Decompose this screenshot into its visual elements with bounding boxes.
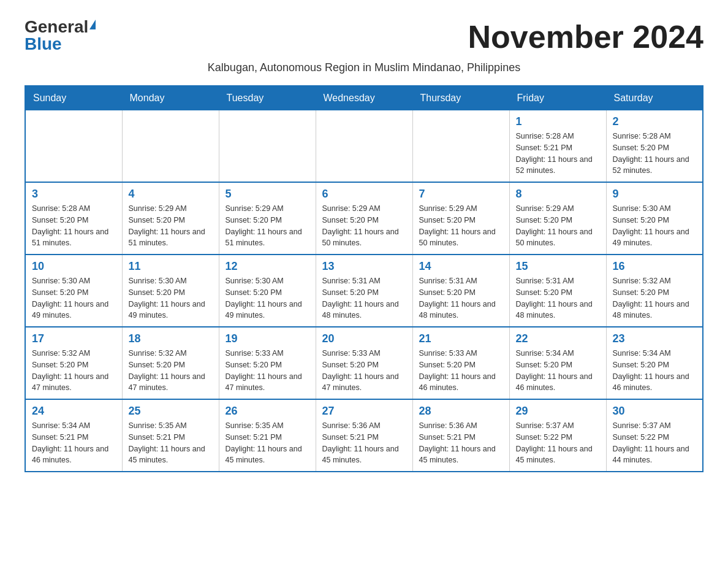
calendar-cell: 25Sunrise: 5:35 AMSunset: 5:21 PMDayligh… [122,399,219,472]
week-row-5: 24Sunrise: 5:34 AMSunset: 5:21 PMDayligh… [25,399,703,472]
day-info: Sunrise: 5:28 AMSunset: 5:20 PMDaylight:… [613,131,697,177]
day-number: 28 [419,405,503,418]
calendar-header-row: SundayMondayTuesdayWednesdayThursdayFrid… [25,86,703,110]
day-info: Sunrise: 5:30 AMSunset: 5:20 PMDaylight:… [32,275,116,321]
day-number: 8 [516,188,600,201]
header-wednesday: Wednesday [316,86,412,110]
day-number: 9 [613,188,697,201]
calendar-cell: 28Sunrise: 5:36 AMSunset: 5:21 PMDayligh… [412,399,509,472]
calendar-cell: 18Sunrise: 5:32 AMSunset: 5:20 PMDayligh… [122,327,219,399]
day-number: 6 [322,188,406,201]
day-info: Sunrise: 5:34 AMSunset: 5:20 PMDaylight:… [613,348,697,394]
day-number: 15 [516,260,600,273]
day-number: 24 [32,405,116,418]
day-info: Sunrise: 5:29 AMSunset: 5:20 PMDaylight:… [226,203,309,249]
week-row-4: 17Sunrise: 5:32 AMSunset: 5:20 PMDayligh… [25,327,703,399]
calendar-cell: 16Sunrise: 5:32 AMSunset: 5:20 PMDayligh… [606,255,703,327]
day-number: 2 [613,115,697,128]
day-number: 16 [613,260,697,273]
day-info: Sunrise: 5:34 AMSunset: 5:21 PMDaylight:… [32,420,116,466]
header-thursday: Thursday [412,86,509,110]
day-number: 10 [32,260,116,273]
day-number: 29 [516,405,600,418]
calendar-cell: 26Sunrise: 5:35 AMSunset: 5:21 PMDayligh… [219,399,316,472]
day-info: Sunrise: 5:32 AMSunset: 5:20 PMDaylight:… [129,348,213,394]
calendar-cell [316,110,412,183]
day-number: 18 [129,332,213,345]
page-header: General Blue November 2024 [25,18,703,55]
calendar-cell: 29Sunrise: 5:37 AMSunset: 5:22 PMDayligh… [509,399,606,472]
day-info: Sunrise: 5:30 AMSunset: 5:20 PMDaylight:… [613,203,697,249]
day-number: 13 [322,260,406,273]
day-info: Sunrise: 5:29 AMSunset: 5:20 PMDaylight:… [322,203,406,249]
calendar-cell: 27Sunrise: 5:36 AMSunset: 5:21 PMDayligh… [316,399,412,472]
header-tuesday: Tuesday [219,86,316,110]
day-number: 11 [129,260,213,273]
calendar-cell: 22Sunrise: 5:34 AMSunset: 5:20 PMDayligh… [509,327,606,399]
day-info: Sunrise: 5:28 AMSunset: 5:20 PMDaylight:… [32,203,116,249]
day-info: Sunrise: 5:33 AMSunset: 5:20 PMDaylight:… [322,348,406,394]
day-info: Sunrise: 5:37 AMSunset: 5:22 PMDaylight:… [516,420,600,466]
subtitle: Kalbugan, Autonomous Region in Muslim Mi… [25,61,703,74]
calendar-cell: 30Sunrise: 5:37 AMSunset: 5:22 PMDayligh… [606,399,703,472]
day-number: 19 [226,332,309,345]
calendar-cell: 23Sunrise: 5:34 AMSunset: 5:20 PMDayligh… [606,327,703,399]
day-info: Sunrise: 5:29 AMSunset: 5:20 PMDaylight:… [419,203,503,249]
calendar-cell: 15Sunrise: 5:31 AMSunset: 5:20 PMDayligh… [509,255,606,327]
calendar-cell: 5Sunrise: 5:29 AMSunset: 5:20 PMDaylight… [219,182,316,255]
day-info: Sunrise: 5:30 AMSunset: 5:20 PMDaylight:… [226,275,309,321]
day-number: 14 [419,260,503,273]
day-info: Sunrise: 5:29 AMSunset: 5:20 PMDaylight:… [516,203,600,249]
day-number: 22 [516,332,600,345]
calendar-cell: 14Sunrise: 5:31 AMSunset: 5:20 PMDayligh… [412,255,509,327]
calendar-cell: 1Sunrise: 5:28 AMSunset: 5:21 PMDaylight… [509,110,606,183]
calendar-cell: 13Sunrise: 5:31 AMSunset: 5:20 PMDayligh… [316,255,412,327]
day-number: 26 [226,405,309,418]
calendar-cell: 8Sunrise: 5:29 AMSunset: 5:20 PMDaylight… [509,182,606,255]
month-title: November 2024 [468,18,703,55]
day-number: 23 [613,332,697,345]
calendar-cell: 11Sunrise: 5:30 AMSunset: 5:20 PMDayligh… [122,255,219,327]
day-number: 25 [129,405,213,418]
day-info: Sunrise: 5:32 AMSunset: 5:20 PMDaylight:… [613,275,697,321]
day-number: 1 [516,115,600,128]
logo-blue: Blue [25,36,62,53]
day-info: Sunrise: 5:36 AMSunset: 5:21 PMDaylight:… [322,420,406,466]
day-info: Sunrise: 5:37 AMSunset: 5:22 PMDaylight:… [613,420,697,466]
header-sunday: Sunday [25,86,122,110]
calendar-cell: 17Sunrise: 5:32 AMSunset: 5:20 PMDayligh… [25,327,122,399]
day-info: Sunrise: 5:28 AMSunset: 5:21 PMDaylight:… [516,131,600,177]
calendar-cell: 10Sunrise: 5:30 AMSunset: 5:20 PMDayligh… [25,255,122,327]
calendar-cell: 19Sunrise: 5:33 AMSunset: 5:20 PMDayligh… [219,327,316,399]
week-row-3: 10Sunrise: 5:30 AMSunset: 5:20 PMDayligh… [25,255,703,327]
day-number: 4 [129,188,213,201]
calendar-cell: 7Sunrise: 5:29 AMSunset: 5:20 PMDaylight… [412,182,509,255]
week-row-1: 1Sunrise: 5:28 AMSunset: 5:21 PMDaylight… [25,110,703,183]
header-monday: Monday [122,86,219,110]
day-info: Sunrise: 5:32 AMSunset: 5:20 PMDaylight:… [32,348,116,394]
header-friday: Friday [509,86,606,110]
logo-triangle-icon [89,20,96,29]
calendar-cell [412,110,509,183]
day-info: Sunrise: 5:33 AMSunset: 5:20 PMDaylight:… [226,348,309,394]
calendar-cell: 6Sunrise: 5:29 AMSunset: 5:20 PMDaylight… [316,182,412,255]
calendar-cell [25,110,122,183]
calendar-cell: 4Sunrise: 5:29 AMSunset: 5:20 PMDaylight… [122,182,219,255]
day-number: 5 [226,188,309,201]
day-number: 27 [322,405,406,418]
calendar-cell: 2Sunrise: 5:28 AMSunset: 5:20 PMDaylight… [606,110,703,183]
day-info: Sunrise: 5:33 AMSunset: 5:20 PMDaylight:… [419,348,503,394]
day-info: Sunrise: 5:31 AMSunset: 5:20 PMDaylight:… [322,275,406,321]
calendar-cell [219,110,316,183]
day-number: 3 [32,188,116,201]
calendar-cell: 20Sunrise: 5:33 AMSunset: 5:20 PMDayligh… [316,327,412,399]
header-saturday: Saturday [606,86,703,110]
day-number: 20 [322,332,406,345]
day-info: Sunrise: 5:35 AMSunset: 5:21 PMDaylight:… [129,420,213,466]
week-row-2: 3Sunrise: 5:28 AMSunset: 5:20 PMDaylight… [25,182,703,255]
calendar-cell: 21Sunrise: 5:33 AMSunset: 5:20 PMDayligh… [412,327,509,399]
logo-general: General [25,18,88,36]
calendar-cell: 9Sunrise: 5:30 AMSunset: 5:20 PMDaylight… [606,182,703,255]
day-info: Sunrise: 5:31 AMSunset: 5:20 PMDaylight:… [516,275,600,321]
day-number: 7 [419,188,503,201]
